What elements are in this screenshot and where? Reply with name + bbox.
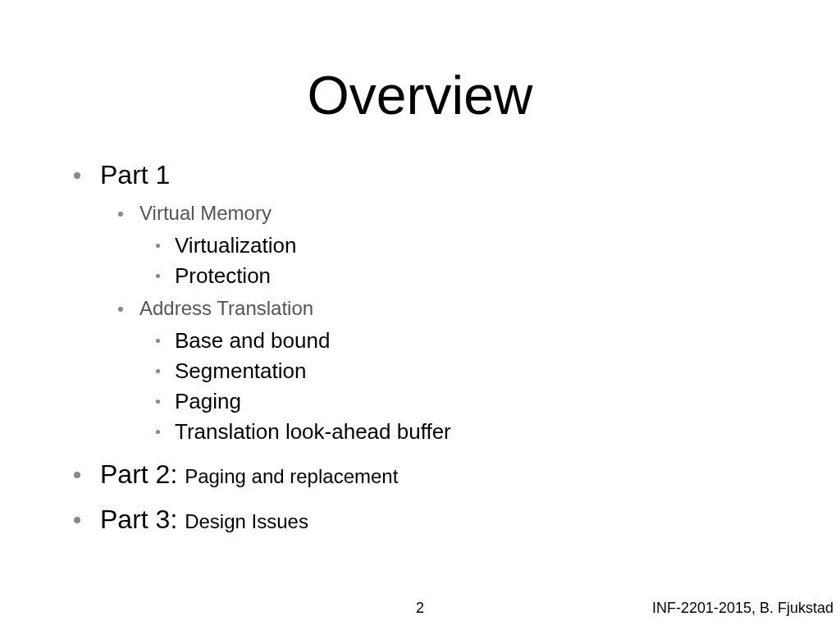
part-name: Part 3: — [100, 504, 177, 534]
part-name: Part 2: — [100, 459, 177, 489]
part-label: Part 1 — [100, 160, 170, 190]
bullet-icon — [156, 369, 160, 373]
part-label: Part 3: Design Issues — [100, 504, 308, 535]
subtopic-label: Translation look-ahead buffer — [175, 419, 451, 445]
bullet-icon — [156, 244, 160, 248]
topic-label: Virtual Memory — [139, 202, 272, 225]
part-label: Part 2: Paging and replacement — [100, 459, 398, 490]
list-item: Part 3: Design Issues — [74, 504, 791, 535]
bullet-icon — [74, 472, 80, 478]
slide-title: Overview — [0, 64, 840, 126]
list-item: Protection — [156, 263, 791, 289]
topic-label: Address Translation — [139, 297, 313, 320]
list-item: Virtual Memory Virtualization Protection — [118, 202, 791, 289]
list-item: Virtualization — [156, 233, 791, 258]
list-item: Segmentation — [156, 358, 791, 384]
subtopic-label: Paging — [175, 389, 241, 414]
subtopic-label: Segmentation — [175, 358, 306, 384]
footer-text: INF-2201-2015, B. Fjukstad — [652, 600, 833, 617]
bullet-icon — [118, 212, 123, 217]
list-item: Address Translation Base and bound Segme… — [118, 297, 791, 445]
subtopic-label: Protection — [175, 263, 271, 289]
bullet-icon — [74, 517, 80, 523]
list-item: Part 1 Virtual Memory Virtualization Pro… — [74, 160, 791, 445]
bullet-icon — [156, 339, 160, 343]
bullet-icon — [118, 307, 123, 312]
list-item: Base and bound — [156, 328, 791, 354]
part-subtitle: Design Issues — [185, 510, 308, 532]
slide: Overview Part 1 Virtual Memory Virtualiz… — [0, 0, 840, 630]
list-item: Paging — [156, 389, 791, 414]
bullet-icon — [156, 399, 160, 404]
list-item: Translation look-ahead buffer — [156, 419, 791, 445]
bullet-icon — [156, 274, 160, 278]
bullet-icon — [74, 172, 80, 179]
bullet-icon — [156, 430, 160, 434]
list-item: Part 2: Paging and replacement — [74, 459, 791, 490]
subtopic-label: Base and bound — [175, 328, 330, 354]
subtopic-label: Virtualization — [175, 233, 296, 258]
slide-body: Part 1 Virtual Memory Virtualization Pro… — [74, 160, 791, 550]
outline-list: Part 1 Virtual Memory Virtualization Pro… — [74, 160, 791, 535]
part-subtitle: Paging and replacement — [185, 465, 398, 487]
